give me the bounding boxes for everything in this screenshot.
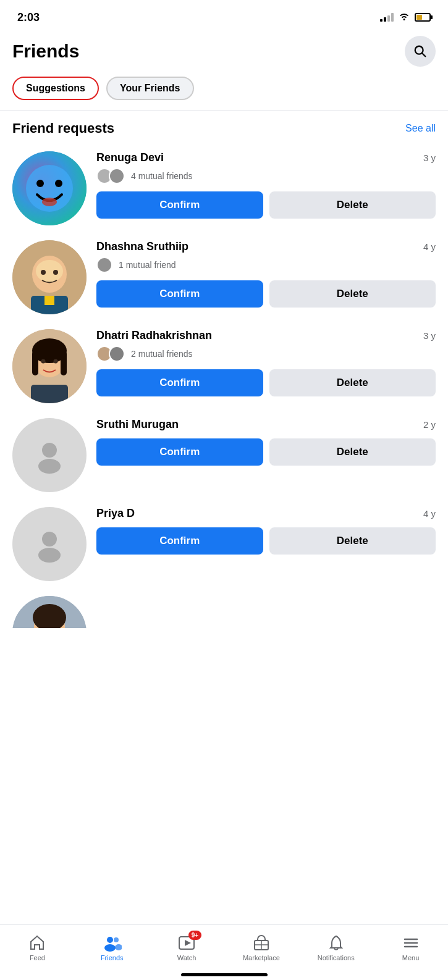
delete-button[interactable]: Delete xyxy=(269,191,436,219)
svg-point-29 xyxy=(107,937,113,943)
request-item: Renuga Devi 3 y 4 mutual friends Confirm… xyxy=(0,146,448,235)
wifi-icon xyxy=(399,12,410,23)
svg-point-24 xyxy=(42,532,57,547)
confirm-button[interactable]: Confirm xyxy=(96,280,263,308)
request-info: Dhashna Sruthiip 4 y 1 mutual friend Con… xyxy=(96,240,436,308)
request-item: Dhashna Sruthiip 4 y 1 mutual friend Con… xyxy=(0,235,448,324)
avatar-placeholder xyxy=(12,507,87,581)
confirm-button[interactable]: Confirm xyxy=(96,369,263,396)
delete-button[interactable]: Delete xyxy=(269,438,436,466)
avatar xyxy=(12,240,87,314)
delete-button[interactable]: Delete xyxy=(269,527,436,555)
svg-point-25 xyxy=(38,548,61,563)
tab-suggestions[interactable]: Suggestions xyxy=(12,77,99,100)
svg-point-20 xyxy=(54,359,58,364)
nav-label-menu: Menu xyxy=(402,954,420,961)
svg-point-23 xyxy=(38,459,61,474)
request-info: Dhatri Radhakrishnan 3 y 2 mutual friend… xyxy=(96,329,436,396)
request-item: Priya D 4 y Confirm Delete xyxy=(0,502,448,591)
svg-marker-34 xyxy=(185,940,191,946)
confirm-button[interactable]: Confirm xyxy=(96,438,263,466)
request-item xyxy=(0,591,448,628)
request-time: 4 y xyxy=(423,241,436,252)
mutual-row: 1 mutual friend xyxy=(96,257,436,273)
signal-icon xyxy=(380,13,394,22)
notifications-icon xyxy=(328,934,345,952)
page-title: Friends xyxy=(12,41,79,62)
nav-item-feed[interactable]: Feed xyxy=(0,934,75,961)
see-all-link[interactable]: See all xyxy=(405,123,436,134)
nav-item-menu[interactable]: Menu xyxy=(373,934,448,961)
svg-point-5 xyxy=(55,180,62,187)
mutual-avatars xyxy=(96,257,112,273)
request-item: Dhatri Radhakrishnan 3 y 2 mutual friend… xyxy=(0,324,448,413)
avatar xyxy=(12,329,87,403)
status-bar: 2:03 xyxy=(0,0,448,31)
nav-label-notifications: Notifications xyxy=(318,954,355,961)
request-time: 3 y xyxy=(423,330,436,341)
avatar-placeholder xyxy=(12,418,87,492)
mutual-text: 1 mutual friend xyxy=(119,260,176,270)
svg-point-19 xyxy=(41,359,46,364)
nav-label-marketplace: Marketplace xyxy=(243,954,280,961)
marketplace-icon xyxy=(253,934,270,952)
request-time: 4 y xyxy=(423,508,436,519)
delete-button[interactable]: Delete xyxy=(269,280,436,308)
request-name: Renuga Devi xyxy=(96,151,164,164)
avatar xyxy=(12,418,87,492)
avatar-image xyxy=(12,596,87,628)
battery-icon xyxy=(415,13,431,22)
search-button[interactable] xyxy=(405,36,436,67)
request-name: Priya D xyxy=(96,507,135,520)
svg-rect-18 xyxy=(61,351,67,375)
section-title: Friend requests xyxy=(12,120,114,136)
delete-button[interactable]: Delete xyxy=(269,369,436,396)
svg-rect-21 xyxy=(31,385,68,403)
nav-item-marketplace[interactable]: Marketplace xyxy=(224,934,298,961)
avatar xyxy=(12,151,87,225)
tabs-container: Suggestions Your Friends xyxy=(0,77,448,110)
action-buttons: Confirm Delete xyxy=(96,527,436,555)
svg-point-31 xyxy=(114,937,119,942)
mutual-avatars xyxy=(96,168,125,184)
nav-label-friends: Friends xyxy=(101,954,124,961)
tab-your-friends[interactable]: Your Friends xyxy=(106,77,194,100)
nav-item-watch[interactable]: 9+ Watch xyxy=(150,934,224,961)
svg-point-4 xyxy=(36,180,44,187)
request-item: Sruthi Murugan 2 y Confirm Delete xyxy=(0,413,448,502)
svg-rect-17 xyxy=(32,351,38,375)
nav-label-feed: Feed xyxy=(30,954,45,961)
svg-point-6 xyxy=(42,198,57,206)
svg-point-9 xyxy=(36,260,63,282)
request-info: Sruthi Murugan 2 y Confirm Delete xyxy=(96,418,436,466)
svg-point-32 xyxy=(115,944,122,950)
partial-request-item xyxy=(0,591,448,628)
avatar-image xyxy=(12,151,87,225)
confirm-button[interactable]: Confirm xyxy=(96,527,263,555)
home-indicator xyxy=(181,973,268,976)
request-name-row: Renuga Devi 3 y xyxy=(96,151,436,164)
nav-label-watch: Watch xyxy=(177,954,197,961)
status-icons xyxy=(380,12,431,23)
confirm-button[interactable]: Confirm xyxy=(96,191,263,219)
search-icon xyxy=(413,44,427,58)
watch-badge: 9+ xyxy=(188,931,201,940)
nav-item-friends[interactable]: Friends xyxy=(75,934,150,961)
svg-rect-13 xyxy=(44,296,54,305)
status-time: 2:03 xyxy=(17,11,40,24)
request-info: Renuga Devi 3 y 4 mutual friends Confirm… xyxy=(96,151,436,219)
request-time: 2 y xyxy=(423,419,436,430)
svg-point-22 xyxy=(42,443,57,458)
watch-icon: 9+ xyxy=(178,934,195,952)
action-buttons: Confirm Delete xyxy=(96,438,436,466)
avatar-image xyxy=(12,329,87,403)
avatar-image xyxy=(12,240,87,314)
bottom-nav: Feed Friends 9+ Watch xyxy=(0,924,448,980)
friends-icon xyxy=(103,934,120,952)
request-time: 3 y xyxy=(423,153,436,163)
avatar xyxy=(12,507,87,581)
svg-point-30 xyxy=(104,944,116,952)
action-buttons: Confirm Delete xyxy=(96,191,436,219)
nav-item-notifications[interactable]: Notifications xyxy=(298,934,373,961)
request-name-row: Priya D 4 y xyxy=(96,507,436,520)
